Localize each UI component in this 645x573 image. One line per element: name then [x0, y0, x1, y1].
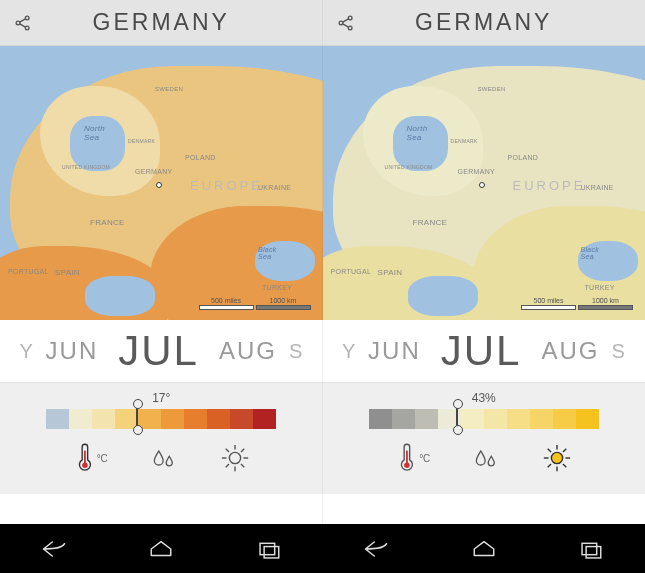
svg-line-29: [548, 464, 551, 467]
color-scale: [369, 409, 599, 429]
svg-line-27: [563, 464, 566, 467]
svg-line-11: [226, 464, 229, 467]
android-navbar: [323, 524, 646, 573]
map[interactable]: North Sea EUROPE FRANCE SPAIN PORTUGAL G…: [0, 46, 323, 320]
svg-rect-6: [84, 451, 86, 464]
label-black-sea: Black Sea: [258, 246, 277, 260]
label-turkey: TURKEY: [585, 284, 615, 291]
label-europe: EUROPE: [513, 178, 586, 193]
svg-line-31: [548, 449, 551, 452]
scale-pointer[interactable]: [136, 405, 138, 429]
scale-pointer[interactable]: [456, 405, 458, 429]
svg-line-9: [241, 464, 244, 467]
temperature-unit: °C: [419, 453, 430, 464]
android-navbar: [0, 524, 323, 573]
month-current[interactable]: JUL: [110, 327, 207, 375]
metric-reading: 17°: [152, 391, 170, 405]
svg-line-15: [241, 449, 244, 452]
month-current[interactable]: JUL: [433, 327, 530, 375]
mode-temperature-button[interactable]: °C: [395, 443, 430, 473]
label-uk: UNITED KINGDOM: [62, 164, 110, 170]
label-france: FRANCE: [413, 218, 448, 227]
mode-precipitation-button[interactable]: [472, 444, 500, 472]
page-title: GERMANY: [323, 9, 646, 36]
month-prev2[interactable]: Y: [20, 340, 34, 363]
metric-panel: 43% °C: [323, 382, 646, 494]
pane-0: GERMANY North Sea EUROPE FRANCE SPAIN PO…: [0, 0, 323, 573]
month-scroller[interactable]: Y JUN JUL AUG S: [323, 320, 646, 382]
month-scroller[interactable]: Y JUN JUL AUG S: [0, 320, 323, 382]
label-denmark: DENMARK: [128, 138, 155, 144]
svg-point-25: [552, 452, 563, 463]
label-spain: SPAIN: [55, 268, 80, 277]
nav-back-button[interactable]: [24, 534, 84, 564]
location-marker: [479, 182, 485, 188]
month-prev[interactable]: JUN: [40, 337, 105, 365]
nav-recents-button[interactable]: [239, 534, 299, 564]
metric-panel: 17° °C: [0, 382, 323, 494]
scale-bar: 500 miles 1000 km: [521, 292, 633, 310]
label-ukraine: UKRAINE: [581, 184, 614, 191]
svg-point-5: [82, 463, 88, 469]
svg-point-7: [229, 452, 240, 463]
label-france: FRANCE: [90, 218, 125, 227]
page-title: GERMANY: [0, 9, 323, 36]
label-poland: POLAND: [508, 154, 539, 161]
pane-1: GERMANY North Sea EUROPE FRANCE SPAIN PO…: [323, 0, 646, 573]
nav-home-button[interactable]: [131, 534, 191, 564]
svg-rect-17: [264, 546, 279, 557]
label-sweden: SWEDEN: [478, 86, 506, 92]
label-north-sea: North Sea: [407, 124, 428, 142]
label-sweden: SWEDEN: [155, 86, 183, 92]
month-prev[interactable]: JUN: [362, 337, 427, 365]
mode-temperature-button[interactable]: °C: [73, 443, 108, 473]
map[interactable]: North Sea EUROPE FRANCE SPAIN PORTUGAL G…: [323, 46, 646, 320]
mode-precipitation-button[interactable]: [150, 444, 178, 472]
svg-rect-16: [260, 543, 275, 554]
mode-sunshine-button[interactable]: [220, 443, 250, 473]
month-prev2[interactable]: Y: [342, 340, 356, 363]
header: GERMANY: [323, 0, 646, 46]
svg-line-33: [563, 449, 566, 452]
metric-reading: 43%: [472, 391, 496, 405]
month-next2[interactable]: S: [289, 340, 303, 363]
label-north-sea: North Sea: [84, 124, 105, 142]
nav-home-button[interactable]: [454, 534, 514, 564]
label-portugal: PORTUGAL: [8, 268, 49, 275]
nav-back-button[interactable]: [346, 534, 406, 564]
svg-rect-34: [582, 543, 597, 554]
mode-sunshine-button[interactable]: [542, 443, 572, 473]
label-turkey: TURKEY: [262, 284, 292, 291]
label-denmark: DENMARK: [451, 138, 478, 144]
location-marker: [156, 182, 162, 188]
label-germany: GERMANY: [135, 168, 173, 175]
label-uk: UNITED KINGDOM: [385, 164, 433, 170]
label-portugal: PORTUGAL: [331, 268, 372, 275]
svg-line-13: [226, 449, 229, 452]
label-black-sea: Black Sea: [581, 246, 600, 260]
month-next[interactable]: AUG: [535, 337, 605, 365]
label-germany: GERMANY: [458, 168, 496, 175]
color-scale: [46, 409, 276, 429]
month-next2[interactable]: S: [611, 340, 625, 363]
header: GERMANY: [0, 0, 323, 46]
label-ukraine: UKRAINE: [258, 184, 291, 191]
nav-recents-button[interactable]: [561, 534, 621, 564]
month-next[interactable]: AUG: [213, 337, 283, 365]
label-spain: SPAIN: [378, 268, 403, 277]
temperature-unit: °C: [97, 453, 108, 464]
label-europe: EUROPE: [190, 178, 263, 193]
label-poland: POLAND: [185, 154, 216, 161]
scale-bar: 500 miles 1000 km: [199, 292, 311, 310]
svg-rect-24: [406, 451, 408, 464]
svg-rect-35: [586, 546, 601, 557]
